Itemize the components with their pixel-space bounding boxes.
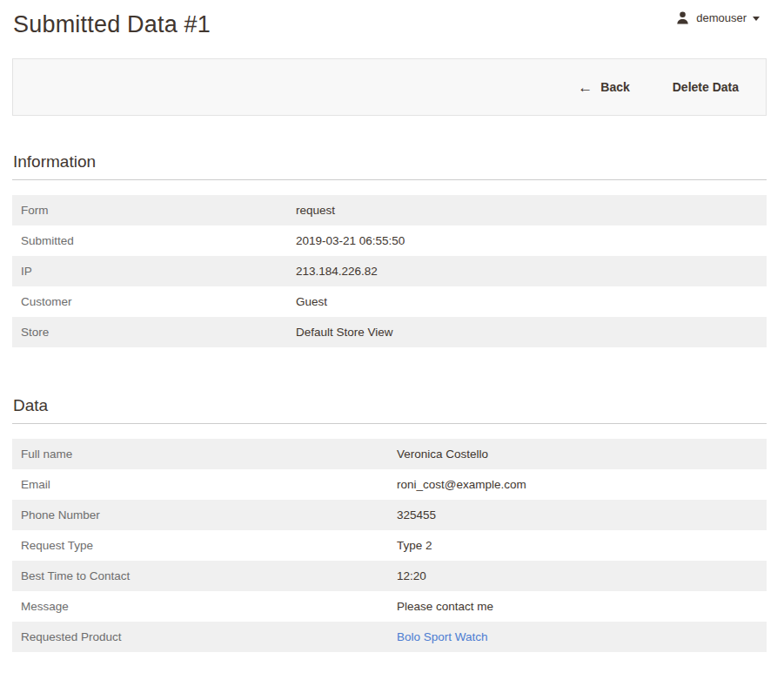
information-table: Form request Submitted 2019-03-21 06:55:…: [12, 195, 767, 347]
row-value: Please contact me: [397, 600, 493, 613]
toolbar: ← Back Delete Data: [12, 58, 767, 116]
row-label: Requested Product: [12, 630, 397, 643]
table-row: Message Please contact me: [12, 591, 767, 622]
chevron-down-icon: [753, 17, 760, 21]
information-section-title: Information: [12, 152, 767, 180]
row-value: Type 2: [397, 539, 432, 552]
page-header: Submitted Data #1 demouser: [12, 0, 767, 58]
row-value: 12:20: [397, 569, 426, 582]
row-label: Phone Number: [12, 508, 397, 522]
row-label: Form: [12, 204, 296, 217]
data-section: Data Full name Veronica Costello Email r…: [12, 396, 767, 652]
row-value: 2019-03-21 06:55:50: [296, 234, 405, 247]
page-title: Submitted Data #1: [13, 11, 211, 38]
table-row: Customer Guest: [12, 286, 767, 317]
data-table: Full name Veronica Costello Email roni_c…: [12, 439, 767, 652]
row-label: Email: [12, 478, 397, 491]
table-row: Form request: [12, 195, 767, 225]
table-row: Best Time to Contact 12:20: [12, 561, 767, 591]
table-row: Full name Veronica Costello: [12, 439, 767, 469]
row-label: Submitted: [12, 234, 296, 247]
requested-product-link[interactable]: Bolo Sport Watch: [397, 630, 488, 643]
row-label: IP: [12, 265, 296, 278]
row-value: Default Store View: [296, 326, 393, 339]
page: Submitted Data #1 demouser ← Back Delete…: [0, 0, 784, 652]
row-label: Customer: [12, 295, 296, 308]
row-value: roni_cost@example.com: [397, 478, 526, 491]
row-value: Guest: [296, 295, 327, 308]
delete-data-button-label: Delete Data: [673, 80, 739, 94]
row-label: Message: [12, 600, 397, 613]
user-icon: [675, 10, 690, 25]
row-label: Store: [12, 326, 296, 339]
back-button[interactable]: ← Back: [576, 75, 631, 100]
row-label: Request Type: [12, 539, 397, 552]
user-name: demouser: [696, 11, 747, 24]
table-row: Store Default Store View: [12, 317, 767, 347]
row-value: request: [296, 204, 335, 217]
table-row: IP 213.184.226.82: [12, 256, 767, 286]
table-row: Email roni_cost@example.com: [12, 469, 767, 500]
row-label: Best Time to Contact: [12, 569, 397, 582]
row-label: Full name: [12, 448, 397, 461]
data-section-title: Data: [12, 396, 767, 424]
back-button-label: Back: [600, 80, 629, 94]
row-value: Bolo Sport Watch: [397, 630, 488, 643]
row-value: 325455: [397, 508, 436, 522]
row-value: Veronica Costello: [397, 448, 488, 461]
row-value: 213.184.226.82: [296, 265, 378, 278]
back-arrow-icon: ←: [578, 80, 593, 95]
delete-data-button[interactable]: Delete Data: [671, 75, 740, 99]
user-menu[interactable]: demouser: [675, 10, 760, 25]
table-row: Submitted 2019-03-21 06:55:50: [12, 225, 767, 256]
information-section: Information Form request Submitted 2019-…: [12, 152, 767, 347]
table-row: Requested Product Bolo Sport Watch: [12, 622, 767, 652]
table-row: Request Type Type 2: [12, 530, 767, 561]
table-row: Phone Number 325455: [12, 500, 767, 530]
